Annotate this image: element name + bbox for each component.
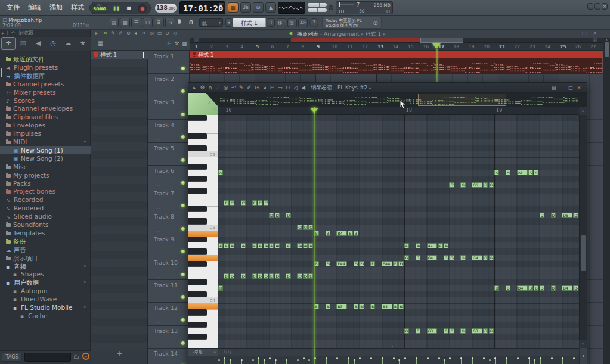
browser-item-Mixer presets[interactable]: ⠇⠇Mixer presets <box>0 88 91 97</box>
record-button[interactable] <box>138 4 147 13</box>
velocity-stem[interactable] <box>495 359 496 364</box>
track-enable-light[interactable] <box>181 89 185 93</box>
note-E4[interactable]: E4 <box>252 273 257 279</box>
black-key[interactable] <box>188 188 207 194</box>
undo-icon[interactable]: ↶ <box>230 85 237 91</box>
pattern-prev-button[interactable]: ◂ <box>225 18 231 27</box>
velocity-stem-head[interactable] <box>573 357 575 359</box>
track-enable-light[interactable] <box>181 181 185 185</box>
note-G4[interactable]: G4 <box>460 255 465 260</box>
velocity-stem-head[interactable] <box>230 359 231 361</box>
velocity-stem[interactable] <box>428 359 428 364</box>
piano-roll-preview-strip[interactable]: ♪ ◿ ‹ › <box>188 93 587 107</box>
note-G4[interactable]: G4 <box>427 255 438 260</box>
lane-resize-handle[interactable]: ⋯ <box>388 344 393 349</box>
velocity-stem-head[interactable] <box>460 357 462 359</box>
preview-scroll-left-icon[interactable]: ‹ <box>215 97 217 102</box>
velocity-stem-head[interactable] <box>382 357 383 359</box>
track-enable-light[interactable] <box>181 273 185 276</box>
velocity-stem-head[interactable] <box>326 357 327 359</box>
scroll-left-icon[interactable]: ‹ <box>194 38 199 42</box>
note-D5[interactable]: D5 <box>551 213 556 218</box>
note-G5[interactable]: G5 <box>489 182 494 188</box>
note-A4[interactable]: A4 <box>297 243 302 248</box>
note-A4[interactable]: A4 <box>241 243 246 248</box>
note-E4[interactable]: E4 <box>286 273 290 279</box>
target-channel-icon[interactable]: ◎ <box>222 85 230 91</box>
chat-button[interactable]: ? <box>309 18 318 27</box>
note-E4[interactable]: E4 <box>275 273 280 279</box>
note-G4[interactable]: G4 <box>444 255 448 260</box>
refresh-icon[interactable]: ↶ <box>11 30 17 36</box>
paint-icon[interactable]: ✐ <box>245 85 253 91</box>
note-D5[interactable]: D5 <box>540 213 544 218</box>
browser-item-Sliced audio[interactable]: ∿Sliced audio <box>0 212 91 220</box>
track-row-4[interactable]: Track 4⋯ <box>148 119 190 142</box>
pattern-add-button[interactable]: + <box>268 18 275 27</box>
velocity-stem[interactable] <box>484 359 484 364</box>
oscilloscope[interactable] <box>278 2 305 14</box>
mute-icon[interactable]: ◂ <box>261 85 268 91</box>
note-D5[interactable]: D5 <box>269 213 274 218</box>
note-G3[interactable]: G3 <box>472 328 482 334</box>
note-D4[interactable]: D4 <box>534 285 538 291</box>
velocity-stem-head[interactable] <box>506 357 507 359</box>
lane-options-button[interactable] <box>579 348 587 364</box>
note-D5[interactable]: D5 <box>573 213 578 218</box>
play-marker-icon[interactable]: ▸ <box>95 30 98 36</box>
velocity-stem[interactable] <box>450 359 450 364</box>
note-E5[interactable]: E5 <box>264 200 268 206</box>
velocity-stem[interactable] <box>518 359 518 364</box>
link-icon[interactable]: ∞ <box>103 30 107 36</box>
chevron-down-icon[interactable]: ▾ <box>83 278 86 287</box>
note-D5[interactable]: D5 <box>275 213 280 218</box>
control-label-cell[interactable]: 控制 ▸ <box>188 349 218 357</box>
browser-item-Misc[interactable]: Misc <box>0 163 91 171</box>
browser-item-Plugin presets[interactable]: ◄Plugin presets <box>0 63 91 71</box>
playlist-vscrollbar[interactable]: ∧ <box>603 38 610 364</box>
velocity-stem-head[interactable] <box>297 359 299 361</box>
note-G3[interactable]: G3 <box>444 328 448 334</box>
velocity-stem-head[interactable] <box>252 359 254 361</box>
velocity-stem-head[interactable] <box>218 359 220 361</box>
velocity-stem[interactable] <box>304 359 304 364</box>
zoom-icon[interactable]: ⊙ <box>165 30 169 36</box>
playlist-playhead-marker[interactable] <box>432 43 441 49</box>
playlist-icon[interactable]: ◀ <box>289 30 292 36</box>
track-enable-light[interactable] <box>181 204 185 207</box>
pattern-item[interactable]: 样式 1 <box>91 51 148 59</box>
tab-recent[interactable]: ◷ <box>46 37 60 50</box>
velocity-stem-head[interactable] <box>416 357 417 359</box>
velocity-stem-head[interactable] <box>517 357 519 359</box>
black-key[interactable] <box>188 248 207 254</box>
scroll-handle[interactable] <box>420 38 463 43</box>
channel-rack-button[interactable]: ▦ <box>120 18 130 27</box>
black-key[interactable] <box>188 291 207 297</box>
velocity-stem-head[interactable] <box>483 357 485 359</box>
velocity-stem[interactable] <box>348 359 349 364</box>
note-B4[interactable]: B4 <box>326 231 330 236</box>
note-F#4[interactable]: F#4 <box>393 261 398 266</box>
highlighted-key[interactable] <box>188 231 218 237</box>
paint-icon[interactable]: ✐ <box>119 30 123 36</box>
piano-roll-titlebar[interactable]: ▸⚙∩♪◎↶✎✐⊘◂✂▭⊙◁◀ 钢琴卷帘 - FL Keys #2 ▸ ▤–□✕ <box>188 83 587 93</box>
note-A4[interactable]: A4 <box>303 243 308 248</box>
note-E5[interactable]: E5 <box>224 200 228 206</box>
menu-文件[interactable]: 文件 <box>2 0 24 15</box>
note-G3[interactable]: G3 <box>416 328 420 334</box>
chevron-down-icon[interactable]: ▾ <box>83 303 86 312</box>
note-D4[interactable]: D4 <box>562 285 572 291</box>
velocity-stem[interactable] <box>562 359 563 364</box>
more-button[interactable]: ➜ <box>165 18 175 27</box>
slip-icon[interactable]: ↔ <box>142 30 146 36</box>
track-enable-light[interactable] <box>181 158 185 162</box>
track-row-9[interactable]: Track 9⋯ <box>148 234 190 256</box>
note-D4[interactable]: D4 <box>494 285 499 291</box>
velocity-stem-head[interactable] <box>241 359 243 361</box>
note-A4[interactable]: A4 <box>258 243 262 248</box>
velocity-stem[interactable] <box>270 359 270 364</box>
search-icon[interactable]: ⌕ <box>82 353 89 360</box>
slice-icon[interactable]: ✂ <box>268 85 276 91</box>
velocity-stem[interactable] <box>552 359 552 364</box>
note-A4[interactable]: A4 <box>252 243 257 248</box>
